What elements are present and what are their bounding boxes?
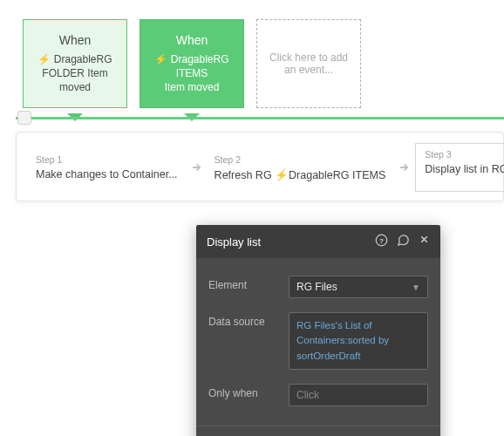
step-3-selected[interactable]: Step 3 Display list in RG Files delete: [415, 143, 504, 192]
step-number: Step 1: [36, 154, 178, 165]
panel-header[interactable]: Display list ?: [196, 225, 440, 258]
comment-icon[interactable]: [397, 234, 410, 249]
event-when: When: [59, 33, 92, 47]
step-number: Step 2: [215, 154, 386, 165]
step-title: Make changes to Container...: [36, 168, 178, 181]
event-when: When: [176, 33, 208, 47]
timeline-handle[interactable]: [17, 111, 31, 125]
arrow-right-icon: [185, 143, 208, 192]
close-icon[interactable]: [419, 234, 430, 249]
step-number: Step 3: [425, 149, 504, 160]
datasource-field: Data source RG Files's List of Container…: [208, 305, 428, 377]
event-card-folder-moved[interactable]: When ⚡ DragableRG FOLDER Item moved: [23, 19, 127, 108]
event-label: ⚡ DragableRG ITEMS Item moved: [147, 52, 236, 95]
add-event-button[interactable]: Click here to add an event...: [256, 19, 361, 108]
event-label: ⚡ DragableRG FOLDER Item moved: [31, 52, 119, 95]
event-card-items-moved[interactable]: When ⚡ DragableRG ITEMS Item moved: [140, 19, 244, 108]
onlywhen-input[interactable]: Click: [289, 384, 428, 406]
element-label: Element: [208, 276, 289, 291]
delete-step-button[interactable]: delete: [425, 178, 504, 187]
datasource-label: Data source: [208, 312, 289, 328]
arrow-right-icon: [392, 143, 415, 192]
panel-body: Element RG Files ▼ Data source RG Files'…: [196, 258, 440, 426]
workflow-steps-card: Step 1 Make changes to Container... Step…: [16, 132, 504, 201]
action-properties-panel: Display list ? Element RG Files ▼: [196, 225, 440, 436]
onlywhen-field: Only when Click: [208, 377, 428, 413]
add-event-label: Click here to add an event...: [264, 51, 353, 76]
step-2[interactable]: Step 2 Refresh RG ⚡DragableRG ITEMS: [208, 143, 393, 192]
chevron-down-icon: ▼: [412, 283, 420, 292]
help-icon[interactable]: ?: [375, 234, 388, 249]
bolt-icon: ⚡: [275, 169, 289, 181]
step-title: Display list in RG Files: [425, 163, 504, 175]
events-row: When ⚡ DragableRG FOLDER Item moved When…: [0, 0, 504, 108]
step-title: Refresh RG ⚡DragableRG ITEMS: [215, 168, 386, 181]
bolt-icon: ⚡: [37, 53, 51, 65]
panel-footer: Add a breakpoint in debug mode: [196, 426, 440, 436]
step-1[interactable]: Step 1 Make changes to Container...: [29, 143, 185, 192]
timeline-bar: [16, 117, 504, 119]
element-select[interactable]: RG Files ▼: [289, 276, 428, 298]
bolt-icon: ⚡: [154, 53, 167, 65]
onlywhen-label: Only when: [208, 384, 289, 399]
panel-title: Display list: [207, 235, 261, 249]
element-field: Element RG Files ▼: [208, 269, 428, 305]
svg-text:?: ?: [379, 237, 384, 245]
datasource-expression[interactable]: RG Files's List of Containers:sorted by …: [289, 312, 428, 370]
